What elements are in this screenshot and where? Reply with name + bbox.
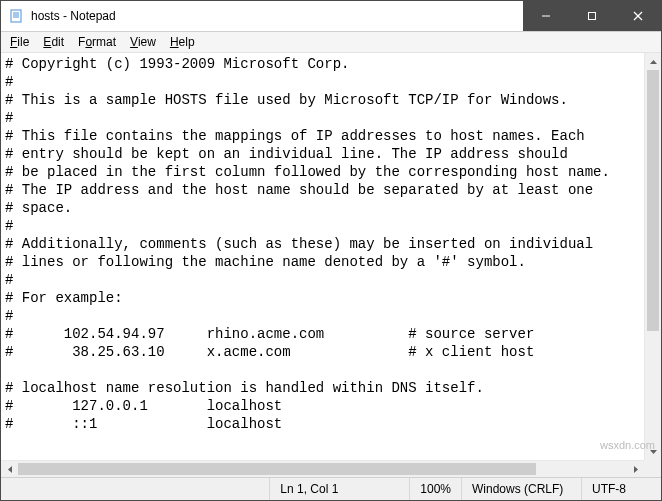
vertical-scroll-thumb[interactable] [647, 70, 659, 331]
window-title: hosts - Notepad [31, 9, 523, 23]
statusbar: Ln 1, Col 1 100% Windows (CRLF) UTF-8 [1, 477, 661, 500]
horizontal-scroll-track[interactable] [18, 461, 627, 477]
menu-file[interactable]: File [3, 33, 36, 51]
vertical-scroll-track[interactable] [645, 70, 661, 443]
scroll-down-button[interactable] [645, 443, 661, 460]
horizontal-scroll-thumb[interactable] [18, 463, 536, 475]
svg-marker-11 [634, 466, 638, 473]
editor-area: # Copyright (c) 1993-2009 Microsoft Corp… [1, 53, 661, 477]
scroll-left-button[interactable] [1, 461, 18, 477]
menubar: File Edit Format View Help [1, 32, 661, 53]
vertical-scrollbar[interactable] [644, 53, 661, 460]
svg-rect-0 [11, 10, 21, 22]
text-editor[interactable]: # Copyright (c) 1993-2009 Microsoft Corp… [1, 53, 644, 460]
status-spacer [1, 478, 269, 500]
titlebar[interactable]: hosts - Notepad [1, 1, 661, 32]
svg-marker-9 [650, 450, 657, 454]
svg-rect-5 [589, 13, 596, 20]
svg-marker-8 [650, 60, 657, 64]
menu-edit[interactable]: Edit [36, 33, 71, 51]
status-position: Ln 1, Col 1 [269, 478, 409, 500]
menu-view[interactable]: View [123, 33, 163, 51]
app-icon [9, 8, 25, 24]
scrollbar-corner [644, 460, 661, 477]
status-line-ending: Windows (CRLF) [461, 478, 581, 500]
svg-marker-10 [8, 466, 12, 473]
menu-format[interactable]: Format [71, 33, 123, 51]
close-button[interactable] [615, 1, 661, 31]
scroll-right-button[interactable] [627, 461, 644, 477]
status-zoom: 100% [409, 478, 461, 500]
menu-help[interactable]: Help [163, 33, 202, 51]
window-controls [523, 1, 661, 31]
scroll-up-button[interactable] [645, 53, 661, 70]
status-encoding: UTF-8 [581, 478, 661, 500]
horizontal-scrollbar[interactable] [1, 460, 644, 477]
notepad-window: hosts - Notepad File Edit Format View He… [0, 0, 662, 501]
maximize-button[interactable] [569, 1, 615, 31]
minimize-button[interactable] [523, 1, 569, 31]
